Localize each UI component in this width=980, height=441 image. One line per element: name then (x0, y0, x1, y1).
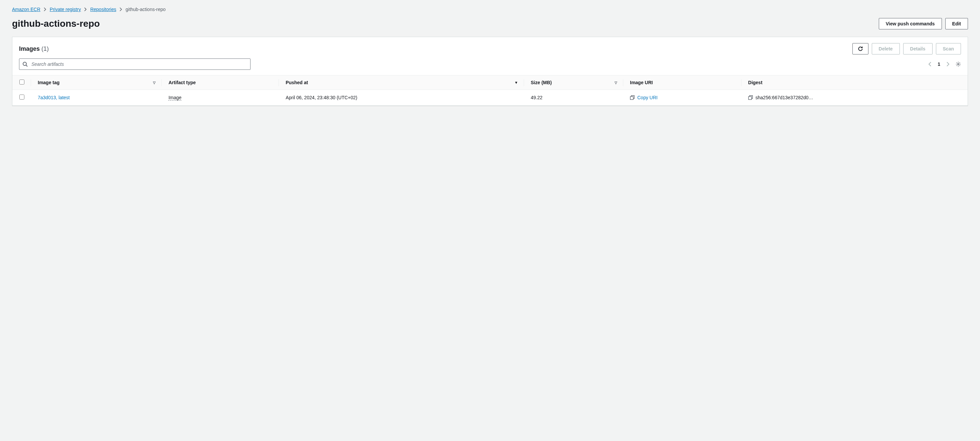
col-label: Image tag (38, 80, 59, 85)
col-digest[interactable]: Digest (741, 75, 968, 90)
edit-button[interactable]: Edit (945, 18, 968, 29)
breadcrumb-link-ecr[interactable]: Amazon ECR (12, 7, 40, 12)
chevron-right-icon (119, 7, 122, 11)
pagination-next[interactable] (946, 62, 950, 67)
col-image-uri[interactable]: Image URI (623, 75, 741, 90)
cell-digest: sha256:667d13e37282d0… (741, 90, 968, 105)
col-label: Pushed at (286, 80, 308, 85)
search-input[interactable] (19, 59, 250, 70)
panel-title-count: (1) (41, 45, 49, 52)
breadcrumb-current: github-actions-repo (126, 7, 165, 12)
refresh-icon (858, 46, 863, 51)
scan-button[interactable]: Scan (936, 43, 961, 54)
view-push-commands-button[interactable]: View push commands (879, 18, 942, 29)
select-all-header (12, 75, 31, 90)
cell-image-tag: 7a3d013, latest (31, 90, 162, 105)
images-table: Image tag ▽ Artifact type Pushed at ▼ Si… (12, 75, 968, 105)
breadcrumb-link-repositories[interactable]: Repositories (90, 7, 116, 12)
page-title: github-actions-repo (12, 18, 100, 29)
panel-title-text: Images (19, 45, 40, 52)
row-select-cell (12, 90, 31, 105)
pagination: 1 (928, 62, 961, 67)
panel-header: Images (1) Delete Details Scan (12, 37, 968, 54)
svg-rect-3 (630, 97, 633, 100)
svg-rect-4 (749, 97, 751, 100)
copy-icon[interactable] (630, 95, 635, 100)
svg-point-2 (958, 64, 959, 65)
panel-title: Images (1) (19, 45, 49, 53)
col-label: Size (MB) (531, 80, 552, 85)
page-header: github-actions-repo View push commands E… (12, 18, 968, 29)
sort-icon: ▽ (614, 81, 617, 84)
row-checkbox[interactable] (19, 94, 24, 100)
sort-icon-active: ▼ (514, 81, 518, 84)
details-button[interactable]: Details (903, 43, 932, 54)
select-all-checkbox[interactable] (19, 80, 24, 84)
digest-value: sha256:667d13e37282d0… (756, 95, 813, 100)
image-tag-link[interactable]: 7a3d013, latest (38, 95, 70, 100)
table-row: 7a3d013, latest Image April 06, 2024, 23… (12, 90, 968, 105)
header-buttons: View push commands Edit (879, 18, 968, 29)
copy-icon[interactable] (748, 95, 753, 100)
col-label: Digest (748, 80, 762, 85)
search-pagination-row: 1 (12, 54, 968, 75)
breadcrumb: Amazon ECR Private registry Repositories… (12, 7, 968, 12)
search-box (19, 59, 250, 70)
cell-image-uri: Copy URI (623, 90, 741, 105)
cell-artifact-type: Image (162, 90, 279, 105)
col-pushed-at[interactable]: Pushed at ▼ (279, 75, 524, 90)
col-label: Artifact type (169, 80, 196, 85)
panel-actions: Delete Details Scan (853, 43, 961, 54)
col-image-tag[interactable]: Image tag ▽ (31, 75, 162, 90)
search-icon (22, 62, 28, 67)
pagination-prev[interactable] (928, 62, 932, 67)
images-panel: Images (1) Delete Details Scan 1 (12, 37, 968, 106)
refresh-button[interactable] (853, 43, 869, 54)
cell-pushed-at: April 06, 2024, 23:48:30 (UTC+02) (279, 90, 524, 105)
artifact-type-value: Image (169, 95, 181, 100)
delete-button[interactable]: Delete (872, 43, 900, 54)
svg-point-0 (23, 62, 26, 65)
cell-size: 49.22 (524, 90, 623, 105)
svg-line-1 (26, 65, 27, 67)
col-label: Image URI (630, 80, 653, 85)
settings-button[interactable] (956, 62, 961, 67)
chevron-right-icon (44, 7, 46, 11)
col-size[interactable]: Size (MB) ▽ (524, 75, 623, 90)
sort-icon: ▽ (153, 81, 156, 84)
chevron-right-icon (84, 7, 87, 11)
copy-uri-link[interactable]: Copy URI (637, 95, 658, 100)
col-artifact-type[interactable]: Artifact type (162, 75, 279, 90)
pagination-page: 1 (937, 62, 940, 67)
breadcrumb-link-private-registry[interactable]: Private registry (50, 7, 81, 12)
